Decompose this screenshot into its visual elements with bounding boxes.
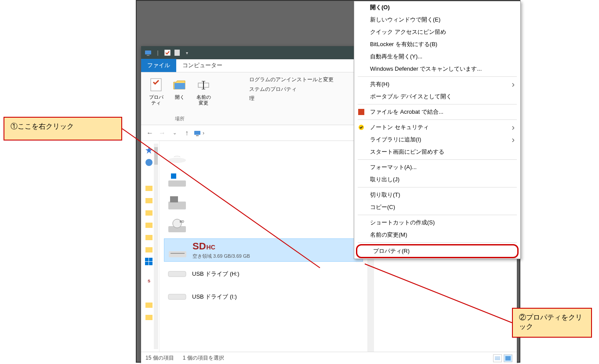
context-menu: 開く(O) 新しいウィンドウで開く(E) クイック アクセスにピン留め BitL… (354, 1, 521, 259)
sd-drive-icon (167, 241, 188, 259)
svg-rect-24 (145, 262, 149, 265)
menu-acrobat[interactable]: ファイルを Acrobat で結合... (354, 106, 520, 118)
svg-rect-30 (171, 173, 176, 179)
drive-item[interactable] (164, 147, 363, 168)
outer-frame: | ▾ ― ☐ ✕ ファイル コンピューター ᐱ ? (136, 0, 520, 363)
ribbon-open-label: 開く (175, 94, 185, 100)
pc-icon (194, 130, 201, 137)
menu-format[interactable]: フォーマット(A)... (354, 161, 520, 173)
svg-rect-7 (174, 83, 185, 89)
ribbon-rename-label: 名前の 変更 (196, 94, 211, 106)
folder-icon[interactable] (145, 196, 153, 204)
folder-icon[interactable] (145, 184, 153, 192)
properties-icon (148, 77, 164, 93)
menu-add-library[interactable]: ライブラリに追加(I) (354, 133, 520, 146)
menu-portable-device[interactable]: ポータブル デバイスとして開く (354, 90, 520, 103)
folder-icon[interactable] (145, 209, 153, 216)
svg-rect-16 (145, 186, 152, 191)
menu-open-new-window[interactable]: 新しいウィンドウで開く(E) (354, 14, 520, 26)
address-bar[interactable]: › (194, 130, 238, 137)
drive-list: BD SD HC 空き領域 3.69 GB/3.69 GB (160, 141, 367, 352)
folder-tree: S (141, 141, 160, 352)
hdd-icon (167, 195, 188, 212)
svg-rect-6 (151, 79, 161, 91)
annotation-click-properties: ②プロパティをクリック (512, 308, 592, 338)
tree-scrollbar[interactable] (154, 144, 158, 349)
svg-rect-37 (171, 253, 185, 254)
norton-icon (358, 124, 365, 131)
drive-item[interactable] (164, 193, 363, 214)
menu-separator (358, 76, 517, 77)
menu-eject[interactable]: 取り出し(J) (354, 173, 520, 186)
folder-icon[interactable] (145, 233, 153, 241)
drive-item[interactable]: BD (164, 216, 363, 237)
tab-computer[interactable]: コンピューター (176, 59, 229, 72)
menu-create-shortcut[interactable]: ショートカットの作成(S) (354, 216, 520, 229)
menu-autoplay[interactable]: 自動再生を開く(Y)... (354, 50, 520, 63)
ribbon-properties-button[interactable]: プロパティ (145, 75, 167, 108)
svg-rect-29 (168, 180, 186, 187)
nav-forward-button[interactable]: → (157, 128, 167, 138)
svg-rect-19 (145, 223, 152, 228)
menu-separator (358, 242, 517, 243)
svg-rect-25 (149, 262, 152, 265)
svg-rect-5 (174, 50, 180, 56)
drive-item[interactable] (164, 170, 363, 191)
dropdown-icon[interactable]: ▾ (183, 49, 190, 56)
checkbox-icon[interactable] (164, 49, 171, 56)
menu-bitlocker[interactable]: BitLocker を有効にする(B) (354, 38, 520, 50)
view-icons-button[interactable] (504, 354, 512, 362)
menu-pin-quick-access[interactable]: クイック アクセスにピン留め (354, 26, 520, 38)
ribbon-rename-button[interactable]: 名前の 変更 (193, 75, 214, 108)
windows-drive-icon (167, 172, 188, 189)
tab-file[interactable]: ファイル (141, 59, 176, 72)
folder-icon[interactable] (145, 301, 153, 309)
globe-icon[interactable] (145, 159, 153, 166)
bd-drive-icon: BD (167, 217, 188, 235)
sd-label-small: HC (207, 244, 215, 251)
drive-item-usb-h[interactable]: USB ドライブ (H:) (164, 263, 363, 285)
drive-item-usb-i[interactable]: USB ドライブ (I:) (164, 286, 363, 307)
sd-tree-icon[interactable]: S (148, 279, 150, 283)
ribbon-properties-label: プロパティ (147, 94, 165, 106)
star-icon[interactable] (145, 146, 153, 154)
usb-drive-icon (167, 288, 188, 306)
svg-point-28 (168, 158, 186, 163)
svg-rect-2 (145, 50, 151, 54)
svg-rect-18 (145, 210, 152, 216)
svg-rect-38 (168, 271, 186, 277)
breadcrumb-arrow-icon[interactable]: › (203, 130, 204, 136)
drive-item-sdhc[interactable]: SD HC 空き領域 3.69 GB/3.69 GB (164, 238, 363, 262)
menu-cut[interactable]: 切り取り(T) (354, 189, 520, 201)
nav-recent-dropdown[interactable]: ⌄ (169, 128, 180, 138)
svg-rect-17 (145, 198, 152, 203)
menu-separator (358, 187, 517, 187)
menu-rename[interactable]: 名前の変更(M) (354, 229, 520, 241)
windows-icon[interactable] (145, 258, 153, 266)
svg-rect-39 (168, 294, 186, 299)
ribbon-open-button[interactable]: 開く (169, 75, 190, 108)
nav-back-button[interactable]: ← (145, 128, 155, 138)
menu-open[interactable]: 開く(O) (354, 1, 520, 14)
menu-norton[interactable]: ノートン セキュリティ (354, 121, 520, 133)
drive-freespace: 空き領域 3.69 GB/3.69 GB (192, 253, 250, 259)
drive-name: USB ドライブ (I:) (192, 293, 237, 301)
svg-rect-12 (194, 131, 200, 135)
view-details-button[interactable] (493, 354, 502, 362)
doc-icon[interactable] (174, 49, 181, 56)
status-selected-count: 1 個の項目を選択 (183, 354, 224, 362)
menu-pin-start[interactable]: スタート画面にピン留めする (354, 146, 520, 158)
menu-share[interactable]: 共有(H) (354, 78, 520, 90)
nav-up-button[interactable]: ↑ (182, 128, 192, 138)
folder-icon[interactable] (145, 245, 153, 253)
drive-name: USB ドライブ (H:) (192, 270, 240, 278)
pc-icon (145, 49, 152, 56)
folder-icon[interactable] (145, 313, 153, 321)
menu-copy[interactable]: コピー(C) (354, 201, 520, 213)
folder-icon[interactable] (145, 221, 153, 229)
menu-properties[interactable]: プロパティ(R) (356, 244, 519, 258)
menu-defender[interactable]: Windows Defender でスキャンしています... (354, 63, 520, 75)
svg-rect-26 (145, 303, 152, 308)
drive-icon (167, 149, 188, 166)
menu-separator (358, 159, 517, 160)
